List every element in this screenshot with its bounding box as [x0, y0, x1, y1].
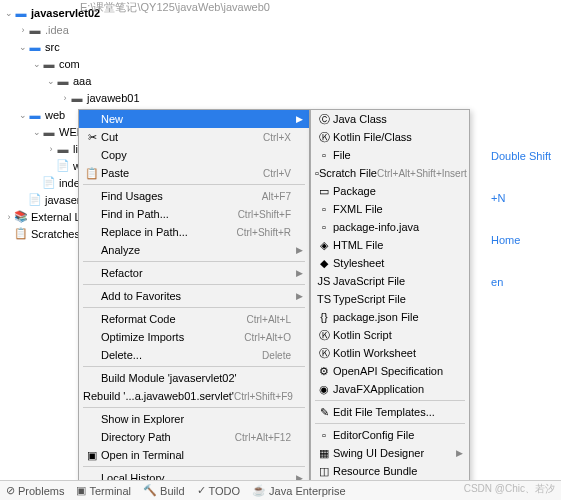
js-icon: JS [315, 275, 333, 287]
menu-item-package[interactable]: ▭Package [311, 182, 469, 200]
menu-item-optimize-imports[interactable]: Optimize ImportsCtrl+Alt+O [79, 328, 309, 346]
folder-icon: ▬ [28, 40, 42, 54]
pkg-icon: ▭ [315, 185, 333, 198]
k-icon: Ⓚ [315, 346, 333, 361]
cut-icon: ✂ [83, 131, 101, 144]
menu-item-java-class[interactable]: ⒸJava Class [311, 110, 469, 128]
menu-item-replace-in-path-[interactable]: Replace in Path...Ctrl+Shift+R [79, 223, 309, 241]
menu-item-refactor[interactable]: Refactor▶ [79, 264, 309, 282]
menu-item-swing-ui-designer[interactable]: ▦Swing UI Designer▶ [311, 444, 469, 462]
menu-item-html-file[interactable]: ◈HTML File [311, 236, 469, 254]
breadcrumb: E:\课堂笔记\QY125\javaWeb\javaweb0 [80, 0, 270, 15]
menu-item-label: Kotlin File/Class [333, 131, 451, 143]
menu-item-kotlin-script[interactable]: ⓀKotlin Script [311, 326, 469, 344]
menu-item-label: Package [333, 185, 451, 197]
menu-item-label: Open in Terminal [101, 449, 291, 461]
menu-item-label: Swing UI Designer [333, 447, 451, 459]
menu-item-label: Cut [101, 131, 263, 143]
css-icon: ◆ [315, 257, 333, 270]
menu-item-label: Copy [101, 149, 291, 161]
menu-item-label: Java Class [333, 113, 451, 125]
menu-item-label: EditorConfig File [333, 429, 451, 441]
terminal-icon: ▣ [83, 449, 101, 462]
edit-icon: ✎ [315, 406, 333, 419]
menu-item-package-info-java[interactable]: ▫package-info.java [311, 218, 469, 236]
menu-item-label: Replace in Path... [101, 226, 237, 238]
file-icon: ▫ [315, 429, 333, 441]
menu-item-label: Refactor [101, 267, 291, 279]
menu-item-label: Analyze [101, 244, 291, 256]
menu-item-show-in-explorer[interactable]: Show in Explorer [79, 410, 309, 428]
library-icon: 📚 [14, 210, 28, 224]
file-icon: ▫ [315, 221, 333, 233]
menu-item-label: JavaFXApplication [333, 383, 451, 395]
menu-item-label: JavaScript File [333, 275, 451, 287]
rb-icon: ◫ [315, 465, 333, 478]
menu-item-build-module-javaservlet02-[interactable]: Build Module 'javaservlet02' [79, 369, 309, 387]
menu-item-javafxapplication[interactable]: ◉JavaFXApplication [311, 380, 469, 398]
menu-item-kotlin-file-class[interactable]: ⓀKotlin File/Class [311, 128, 469, 146]
folder-icon: ▬ [56, 142, 70, 156]
menu-item-stylesheet[interactable]: ◆Stylesheet [311, 254, 469, 272]
file-icon: 📄 [28, 193, 42, 207]
menu-item-label: Find in Path... [101, 208, 238, 220]
menu-item-reformat-code[interactable]: Reformat CodeCtrl+Alt+L [79, 310, 309, 328]
menu-item-new[interactable]: New▶ [79, 110, 309, 128]
menu-item-label: Delete... [101, 349, 262, 361]
json-icon: {} [315, 311, 333, 323]
new-submenu[interactable]: ⒸJava ClassⓀKotlin File/Class▫File▫Scrat… [310, 109, 470, 500]
folder-icon: ▬ [42, 57, 56, 71]
menu-item-find-in-path-[interactable]: Find in Path...Ctrl+Shift+F [79, 205, 309, 223]
k-icon: Ⓚ [315, 130, 333, 145]
menu-item-label: TypeScript File [333, 293, 451, 305]
menu-item-label: Directory Path [101, 431, 235, 443]
terminal-tab[interactable]: ▣ Terminal [76, 484, 131, 497]
menu-item-kotlin-worksheet[interactable]: ⓀKotlin Worksheet [311, 344, 469, 362]
menu-item-label: Paste [101, 167, 263, 179]
menu-item-label: Build Module 'javaservlet02' [101, 372, 291, 384]
menu-item-analyze[interactable]: Analyze▶ [79, 241, 309, 259]
folder-icon: ▬ [56, 74, 70, 88]
scratch-icon: 📋 [14, 227, 28, 241]
menu-item-add-to-favorites[interactable]: Add to Favorites▶ [79, 287, 309, 305]
file-icon: ▫ [315, 203, 333, 215]
api-icon: ⚙ [315, 365, 333, 378]
menu-item-label: File [333, 149, 451, 161]
menu-item-copy[interactable]: Copy [79, 146, 309, 164]
menu-item-javascript-file[interactable]: JSJavaScript File [311, 272, 469, 290]
menu-item-open-in-terminal[interactable]: ▣Open in Terminal [79, 446, 309, 464]
menu-item-delete-[interactable]: Delete...Delete [79, 346, 309, 364]
paste-icon: 📋 [83, 167, 101, 180]
html-icon: ◈ [315, 239, 333, 252]
menu-item-find-usages[interactable]: Find UsagesAlt+F7 [79, 187, 309, 205]
menu-item-fxml-file[interactable]: ▫FXML File [311, 200, 469, 218]
menu-item-label: package-info.java [333, 221, 451, 233]
jee-tab[interactable]: ☕ Java Enterprise [252, 484, 345, 497]
folder-icon: ▬ [70, 91, 84, 105]
menu-item-label: HTML File [333, 239, 451, 251]
problems-tab[interactable]: ⊘ Problems [6, 484, 64, 497]
folder-icon: ▬ [28, 108, 42, 122]
context-menu[interactable]: New▶✂CutCtrl+XCopy📋PasteCtrl+VFind Usage… [78, 109, 310, 500]
menu-item-directory-path[interactable]: Directory PathCtrl+Alt+F12 [79, 428, 309, 446]
folder-icon: ▬ [42, 125, 56, 139]
menu-item-package-json-file[interactable]: {}package.json File [311, 308, 469, 326]
build-tab[interactable]: 🔨 Build [143, 484, 184, 497]
menu-item-paste[interactable]: 📋PasteCtrl+V [79, 164, 309, 182]
menu-item-label: Show in Explorer [101, 413, 291, 425]
todo-tab[interactable]: ✓ TODO [197, 484, 241, 497]
k-icon: Ⓚ [315, 328, 333, 343]
menu-item-edit-file-templates-[interactable]: ✎Edit File Templates... [311, 403, 469, 421]
menu-item-typescript-file[interactable]: TSTypeScript File [311, 290, 469, 308]
menu-item-editorconfig-file[interactable]: ▫EditorConfig File [311, 426, 469, 444]
menu-item-label: Rebuild '...a.javaweb01.servlet' [83, 390, 234, 402]
menu-item-scratch-file[interactable]: ▫Scratch FileCtrl+Alt+Shift+Insert [311, 164, 469, 182]
menu-item-label: FXML File [333, 203, 451, 215]
menu-item-resource-bundle[interactable]: ◫Resource Bundle [311, 462, 469, 480]
menu-item-cut[interactable]: ✂CutCtrl+X [79, 128, 309, 146]
menu-item-openapi-specification[interactable]: ⚙OpenAPI Specification [311, 362, 469, 380]
menu-item-file[interactable]: ▫File [311, 146, 469, 164]
editor-hints: Double Shift +N Home en [491, 150, 551, 318]
menu-item-rebuild-a-javaweb01-servlet-[interactable]: Rebuild '...a.javaweb01.servlet'Ctrl+Shi… [79, 387, 309, 405]
menu-item-label: OpenAPI Specification [333, 365, 451, 377]
